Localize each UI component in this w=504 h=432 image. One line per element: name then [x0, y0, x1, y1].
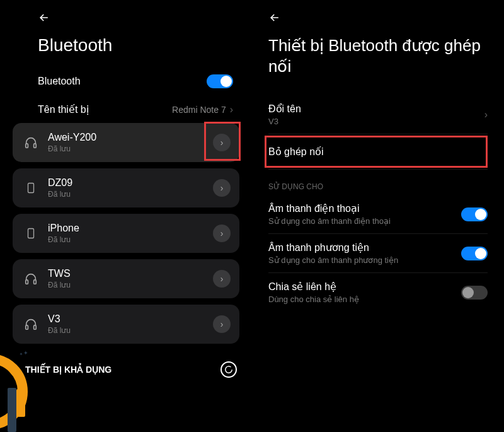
device-name-label: Tên thiết bị — [38, 103, 89, 115]
rename-label: Đổi tên — [268, 103, 301, 115]
right-screen: Thiết bị Bluetooth được ghép nối Đổi tên… — [252, 0, 504, 432]
device-status: Đã lưu — [48, 326, 213, 335]
page-title: Bluetooth — [13, 35, 239, 67]
device-status: Đã lưu — [48, 235, 213, 244]
back-button[interactable] — [265, 8, 491, 35]
left-screen: Bluetooth Bluetooth Tên thiết bị Redmi N… — [0, 0, 252, 432]
device-name: DZ09 — [48, 177, 213, 189]
contact-share-row[interactable]: Chia sẻ liên hệ Dùng cho chia sẻ liên hệ — [265, 273, 491, 312]
media-audio-row[interactable]: Âm thanh phương tiện Sử dụng cho âm than… — [265, 234, 491, 272]
chevron-right-icon: › — [230, 104, 233, 115]
device-details-button[interactable]: › — [213, 270, 231, 288]
device-details-button[interactable]: › — [213, 225, 231, 242]
device-row[interactable]: V3 Đã lưu › — [13, 305, 239, 344]
phone-audio-toggle[interactable] — [461, 207, 488, 221]
rename-value: V3 — [268, 117, 301, 126]
phone-icon — [21, 181, 40, 195]
bluetooth-toggle-row[interactable]: Bluetooth — [13, 67, 239, 96]
device-row[interactable]: DZ09 Đã lưu › — [13, 168, 239, 207]
phone-icon — [21, 226, 40, 240]
device-name: Awei-Y200 — [48, 132, 213, 143]
chevron-right-icon: › — [484, 109, 488, 120]
device-row[interactable]: iPhone Đã lưu › — [13, 214, 239, 253]
option-title: Âm thanh điện thoại — [268, 202, 391, 214]
svg-rect-2 — [28, 184, 34, 193]
svg-rect-4 — [26, 280, 28, 284]
svg-rect-5 — [34, 280, 37, 284]
device-details-button[interactable]: › — [213, 179, 231, 197]
svg-rect-1 — [34, 144, 37, 148]
use-for-label: SỬ DỤNG CHO — [265, 170, 491, 195]
available-devices-label: THIẾT BỊ KHẢ DỤNG — [25, 365, 112, 375]
contact-share-toggle[interactable] — [461, 286, 488, 300]
headphones-icon — [21, 272, 40, 286]
back-button[interactable] — [13, 8, 239, 35]
device-name: TWS — [48, 268, 213, 279]
media-audio-toggle[interactable] — [461, 247, 488, 260]
device-status: Đã lưu — [48, 190, 213, 199]
device-row[interactable]: Awei-Y200 Đã lưu › — [13, 123, 239, 162]
available-devices-header: THIẾT BỊ KHẢ DỤNG — [0, 350, 252, 383]
device-row[interactable]: TWS Đã lưu › — [13, 259, 239, 298]
svg-rect-7 — [34, 325, 37, 329]
unpair-row[interactable]: Bỏ ghép nối — [265, 134, 491, 169]
bluetooth-toggle[interactable] — [207, 74, 233, 88]
svg-rect-6 — [26, 325, 28, 329]
option-sub: Dùng cho chia sẻ liên hệ — [268, 295, 359, 304]
rename-row[interactable]: Đổi tên V3 › — [265, 95, 491, 134]
page-title: Thiết bị Bluetooth được ghép nối — [265, 35, 491, 95]
headphones-icon — [21, 136, 40, 149]
device-name: iPhone — [48, 223, 213, 234]
svg-rect-0 — [26, 144, 28, 148]
option-sub: Sử dụng cho âm thanh điện thoại — [268, 216, 391, 226]
refresh-button[interactable] — [220, 361, 237, 378]
unpair-label: Bỏ ghép nối — [268, 146, 324, 158]
phone-audio-row[interactable]: Âm thanh điện thoại Sử dụng cho âm thanh… — [265, 195, 491, 233]
option-sub: Sử dụng cho âm thanh phương tiện — [268, 255, 398, 265]
paired-device-list: Awei-Y200 Đã lưu › DZ09 Đã lưu › iPhone … — [0, 123, 252, 344]
option-title: Chia sẻ liên hệ — [268, 281, 359, 293]
device-name-row[interactable]: Tên thiết bị Redmi Note 7 › — [13, 96, 239, 123]
device-details-button[interactable]: › — [213, 134, 231, 151]
device-status: Đã lưu — [48, 144, 213, 153]
device-details-button[interactable]: › — [213, 315, 231, 333]
svg-rect-3 — [28, 229, 34, 238]
device-name-value: Redmi Note 7 — [172, 105, 226, 115]
device-name: V3 — [48, 313, 213, 325]
option-title: Âm thanh phương tiện — [268, 242, 398, 254]
headphones-icon — [21, 317, 40, 331]
bluetooth-label: Bluetooth — [38, 76, 81, 87]
device-status: Đã lưu — [48, 281, 213, 289]
